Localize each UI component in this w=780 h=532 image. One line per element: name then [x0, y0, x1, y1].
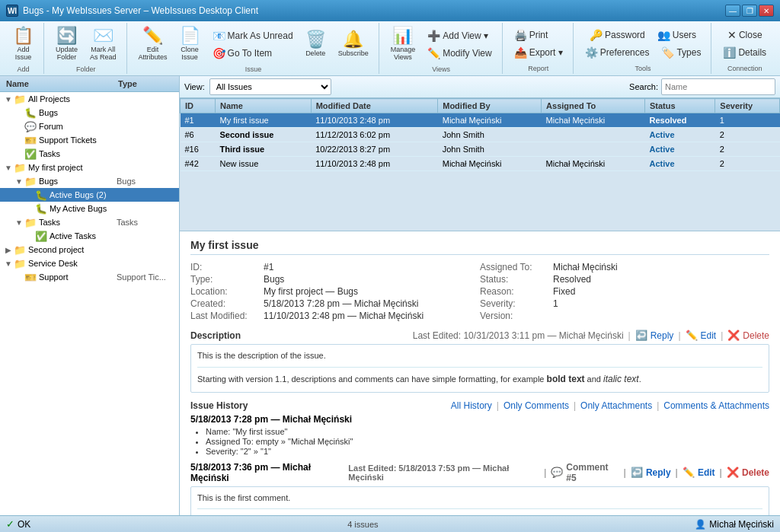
sidebar-item-my-first-project[interactable]: ▼ 📁 My first project [0, 161, 179, 174]
sidebar-item-tasks-project[interactable]: ▼ 📁 Tasks Tasks [0, 215, 179, 229]
sidebar-item-active-tasks[interactable]: ✅ Active Tasks [0, 229, 179, 243]
toolbar-group-manage: ✕ Close ℹ️ Details Connection [713, 23, 776, 74]
detail-fields: ID: #1 Type: Bugs Location: My first pro… [190, 261, 769, 322]
toolbar-group-views: 📊 ManageViews ➕ Add View ▾ ✏️ Modify Vie… [381, 23, 503, 74]
sidebar-item-bugs-project[interactable]: ▼ 📁 Bugs Bugs [0, 174, 179, 188]
col-severity[interactable]: Severity [715, 99, 780, 113]
col-id[interactable]: ID [181, 99, 216, 113]
history-attachments-link[interactable]: Only Attachments [580, 400, 652, 411]
label-second-project: Second project [28, 245, 117, 254]
reply-link-comment[interactable]: Reply [646, 467, 671, 478]
col-status[interactable]: Status [644, 99, 714, 113]
report-small-group: 🖨️ Print 📤 Export ▾ [509, 27, 568, 61]
folder-icon-service: 📁 [14, 257, 26, 269]
folder-icon-tasks: 📁 [24, 216, 37, 228]
cell-status: Active [644, 142, 714, 157]
history-comments-link[interactable]: Only Comments [503, 400, 569, 411]
sidebar-item-my-active-bugs[interactable]: 🐛 My Active Bugs [0, 202, 179, 215]
history-filter-options: All History | Only Comments | Only Attac… [451, 400, 769, 411]
cell-assigned-to: Michał Męciński [542, 157, 645, 171]
history-entry-2-date: 5/18/2013 7:36 pm — Michał Męciński [190, 462, 348, 483]
sidebar-item-second-project[interactable]: ▶ 📁 Second project [0, 243, 179, 256]
clone-issue-button[interactable]: 📄 CloneIssue [174, 24, 206, 64]
comment-pipe0: | [544, 467, 546, 478]
mark-as-unread-button[interactable]: 📧 Mark As Unread [207, 27, 299, 44]
goto-item-button[interactable]: 🎯 Go To Item [207, 45, 299, 62]
support-icon: 🎫 [24, 134, 37, 146]
password-button[interactable]: 🔑 Password [584, 27, 651, 43]
sidebar-item-support-proj[interactable]: 🎫 Support Support Tic... [0, 270, 179, 284]
edit-link-comment[interactable]: Edit [698, 467, 715, 478]
sidebar-item-forum[interactable]: 💬 Forum [0, 119, 179, 133]
password-icon: 🔑 [590, 29, 603, 41]
sidebar-item-bugs-root[interactable]: 🐛 Bugs [0, 106, 179, 119]
modify-view-button[interactable]: ✏️ Modify View [422, 45, 497, 62]
sidebar-item-active-bugs[interactable]: 🐛 Active Bugs (2) [0, 188, 179, 202]
sidebar-item-support-tickets[interactable]: 🎫 Support Tickets [0, 133, 179, 147]
window-controls[interactable]: — ❐ ✕ [725, 5, 774, 17]
edit-attributes-icon: ✏️ [142, 27, 163, 44]
mark-unread-icon: 📧 [213, 30, 225, 42]
sidebar-item-all-projects[interactable]: ▼ 📁 All Projects [0, 92, 179, 106]
add-issue-button[interactable]: 📋 AddIssue [8, 24, 39, 64]
comment-divider1 [197, 508, 762, 509]
field-location-label: Location: [190, 286, 259, 297]
folder-icon-bugs: 📁 [24, 175, 37, 187]
reply-link-desc[interactable]: Reply [651, 330, 674, 341]
col-assigned-to[interactable]: Assigned To [542, 99, 645, 113]
manage-views-icon: 📊 [392, 27, 413, 44]
minimize-button[interactable]: — [725, 5, 740, 17]
users-button[interactable]: 👥 Users [652, 27, 702, 43]
add-view-button[interactable]: ➕ Add View ▾ [422, 27, 497, 44]
support-proj-icon: 🎫 [24, 271, 37, 283]
subscribe-button[interactable]: 🔔 Subscribe [333, 24, 374, 64]
field-version: Version: [480, 310, 769, 322]
types-button[interactable]: 🏷️ Types [656, 44, 706, 61]
mark-all-read-button[interactable]: ✉️ Mark AllAs Read [85, 24, 122, 64]
table-row[interactable]: #16 Third issue 10/22/2013 8:27 pm John … [181, 142, 780, 157]
cell-name: My first issue [216, 113, 312, 128]
details-button[interactable]: ℹ️ Details [718, 44, 772, 61]
table-row[interactable]: #42 New issue 11/10/2013 2:48 pm Michał … [181, 157, 780, 171]
edit-link-desc[interactable]: Edit [701, 330, 717, 341]
manage-views-button[interactable]: 📊 ManageViews [385, 24, 421, 64]
cell-assigned-to [542, 142, 645, 157]
sidebar: Name Type ▼ 📁 All Projects 🐛 Bugs 💬 Foru… [0, 76, 180, 515]
col-modified-by[interactable]: Modified By [438, 99, 542, 113]
history-all-link[interactable]: All History [451, 400, 492, 411]
ok-check-icon: ✓ [6, 518, 14, 530]
export-button[interactable]: 📤 Export ▾ [509, 44, 568, 61]
edit-attributes-button[interactable]: ✏️ EditAttributes [133, 24, 173, 64]
bug-icon: 🐛 [24, 107, 37, 119]
table-row[interactable]: #1 My first issue 11/10/2013 2:48 pm Mic… [181, 113, 780, 128]
restore-button[interactable]: ❐ [742, 5, 757, 17]
toggle-bugs-project: ▼ [14, 177, 24, 186]
delete-button[interactable]: 🗑️ Delete [300, 24, 331, 64]
sidebar-item-service-desk[interactable]: ▼ 📁 Service Desk [0, 256, 179, 270]
table-header-row: ID Name Modified Date Modified By Assign… [181, 99, 780, 113]
table-row[interactable]: #6 Second issue 11/12/2013 6:02 pm John … [181, 128, 780, 142]
close-connection-button[interactable]: ✕ Close [722, 27, 768, 43]
col-modified-date[interactable]: Modified Date [311, 99, 438, 113]
update-folder-button[interactable]: 🔄 UpdateFolder [50, 24, 83, 64]
history-comments-attachments-link[interactable]: Comments & Attachments [663, 400, 769, 411]
goto-icon: 🎯 [213, 47, 225, 59]
sidebar-item-tasks-root[interactable]: ✅ Tasks [0, 147, 179, 161]
password-label: Password [605, 30, 645, 40]
delete-link-desc[interactable]: Delete [743, 330, 769, 341]
close-button[interactable]: ✕ [759, 5, 774, 17]
folder-icon-second: 📁 [14, 244, 26, 256]
view-select[interactable]: All Issues [209, 78, 331, 95]
search-input[interactable] [661, 78, 775, 95]
desc-line1: This is the description of the issue. [197, 349, 762, 362]
field-status-label: Status: [480, 274, 548, 285]
history-entry-2-header: 5/18/2013 7:36 pm — Michał Męciński Last… [190, 462, 769, 483]
delete-link-comment[interactable]: Delete [742, 467, 769, 478]
preferences-button[interactable]: ⚙️ Preferences [580, 44, 655, 61]
users-icon: 👥 [657, 29, 670, 41]
col-name[interactable]: Name [216, 99, 312, 113]
toolbar-group-issue: ✏️ EditAttributes 📄 CloneIssue 📧 Mark As… [129, 23, 379, 74]
clone-issue-label: CloneIssue [181, 46, 199, 61]
print-button[interactable]: 🖨️ Print [509, 27, 568, 43]
hist-pipe3: | [657, 400, 659, 411]
